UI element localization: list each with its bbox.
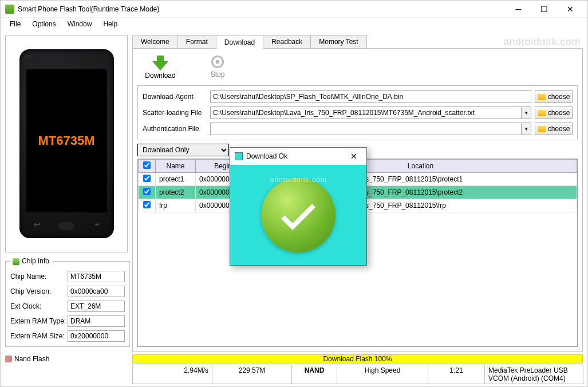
minimize-button[interactable]: ─ [506, 1, 531, 18]
dialog-watermark: androidmtk.com [270, 175, 326, 184]
chip-info-legend: Chip Info [22, 257, 49, 265]
scatter-field[interactable] [210, 106, 521, 119]
status-mode: High Speed [337, 365, 428, 384]
tab-welcome[interactable]: Welcome [132, 35, 178, 48]
menu-options[interactable]: Options [27, 19, 60, 29]
tab-download[interactable]: Download [216, 35, 263, 49]
chip-name-field[interactable] [68, 271, 125, 282]
status-time: 1:21 [428, 365, 485, 384]
menu-window[interactable]: Window [63, 19, 97, 29]
col-name[interactable]: Name [156, 160, 196, 173]
row-check[interactable] [143, 201, 151, 208]
phone-bm-label: BM [25, 54, 33, 60]
auth-label: Authentication File [143, 125, 207, 133]
tab-readback[interactable]: Readback [263, 35, 311, 48]
chip-version-field[interactable] [68, 286, 125, 297]
dialog-title: Download Ok [246, 152, 346, 160]
status-speed: 2.94M/s [132, 365, 212, 384]
menubar: File Options Window Help [1, 18, 587, 30]
phone-preview-panel: BM MT6735M ↩ ≡ [5, 35, 128, 252]
status-size: 229.57M [212, 365, 292, 384]
maximize-button[interactable]: ☐ [531, 1, 557, 18]
nand-flash-row: Nand Flash [5, 355, 128, 363]
download-ok-dialog: Download Ok ✕ androidmtk.com [230, 147, 367, 266]
file-paths-group: Download-Agent choose Scatter-loading Fi… [137, 85, 578, 140]
da-choose-button[interactable]: choose [535, 90, 573, 103]
ext-clock-label: Ext Clock: [10, 302, 68, 310]
chip-info-group: Chip Info Chip Name: Chip Version: Ext C… [5, 257, 130, 347]
header-check[interactable] [143, 161, 151, 169]
menu-help[interactable]: Help [98, 19, 122, 29]
download-button[interactable]: Download [143, 56, 177, 80]
folder-icon [538, 126, 546, 132]
status-type: NAND [291, 365, 337, 384]
phone-menu-icon: ≡ [94, 220, 99, 229]
phone-back-icon: ↩ [34, 220, 41, 229]
nand-flash-label: Nand Flash [14, 355, 49, 363]
scatter-choose-button[interactable]: choose [535, 106, 573, 119]
download-arrow-icon [152, 56, 168, 72]
ram-size-label: Extern RAM Size: [10, 332, 68, 340]
nand-icon [5, 356, 12, 362]
dialog-icon [235, 152, 243, 160]
window-title: Smart Phone Flash Tool(Runtime Trace Mod… [18, 5, 506, 13]
chip-icon [13, 258, 19, 265]
menu-file[interactable]: File [5, 19, 25, 29]
stop-button-label: Stop [211, 70, 225, 78]
scatter-dropdown[interactable]: ▾ [521, 106, 531, 119]
dialog-close-button[interactable]: ✕ [346, 149, 362, 163]
ext-clock-field[interactable] [68, 301, 125, 312]
close-button[interactable]: ✕ [557, 1, 583, 18]
mode-select[interactable]: Download Only [137, 144, 229, 156]
status-bar: 2.94M/s 229.57M NAND High Speed 1:21 Med… [132, 365, 583, 384]
folder-icon [538, 94, 546, 100]
tab-format[interactable]: Format [177, 35, 216, 48]
auth-dropdown[interactable]: ▾ [521, 123, 531, 135]
folder-icon [538, 110, 546, 116]
progress-bar: Download Flash 100% [132, 354, 583, 364]
window-titlebar: Smart Phone Flash Tool(Runtime Trace Mod… [1, 1, 587, 18]
download-button-label: Download [145, 72, 175, 80]
chip-name-label: Chip Name: [10, 273, 68, 281]
tab-strip: Welcome Format Download Readback Memory … [132, 35, 583, 48]
auth-choose-button[interactable]: choose [535, 123, 573, 135]
phone-chip-text: MT6735M [38, 133, 94, 148]
phone-home-icon [58, 222, 74, 230]
auth-field[interactable] [210, 123, 521, 135]
ram-type-field[interactable] [68, 315, 125, 327]
stop-button[interactable]: Stop [200, 56, 235, 80]
ram-type-label: Extern RAM Type: [10, 317, 68, 325]
scatter-label: Scatter-loading File [143, 109, 207, 117]
status-device: MediaTek PreLoader USB VCOM (Android) (C… [484, 365, 583, 384]
da-field[interactable] [210, 90, 531, 103]
ram-size-field[interactable] [68, 330, 125, 342]
row-check[interactable] [143, 175, 151, 182]
chip-version-label: Chip Version: [10, 287, 68, 295]
da-label: Download-Agent [143, 93, 207, 101]
success-check-icon [261, 178, 336, 252]
app-icon [5, 5, 14, 14]
tab-memory-test[interactable]: Memory Test [310, 35, 366, 48]
row-check[interactable] [143, 188, 151, 195]
stop-icon [211, 56, 224, 68]
